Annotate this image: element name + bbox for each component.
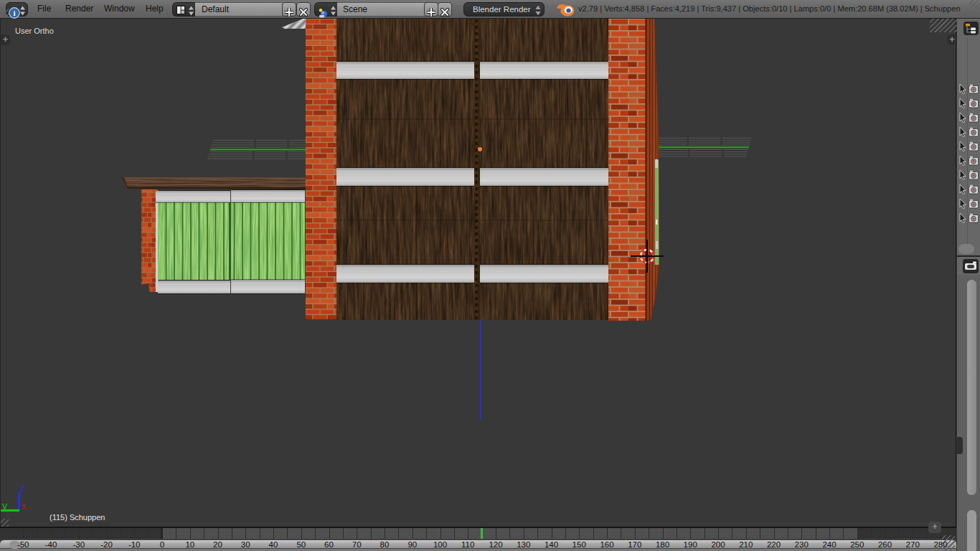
svg-text:x: x: [22, 500, 27, 512]
svg-text:y: y: [2, 500, 7, 512]
svg-text:i: i: [13, 9, 15, 17]
svg-text:z: z: [20, 482, 25, 494]
